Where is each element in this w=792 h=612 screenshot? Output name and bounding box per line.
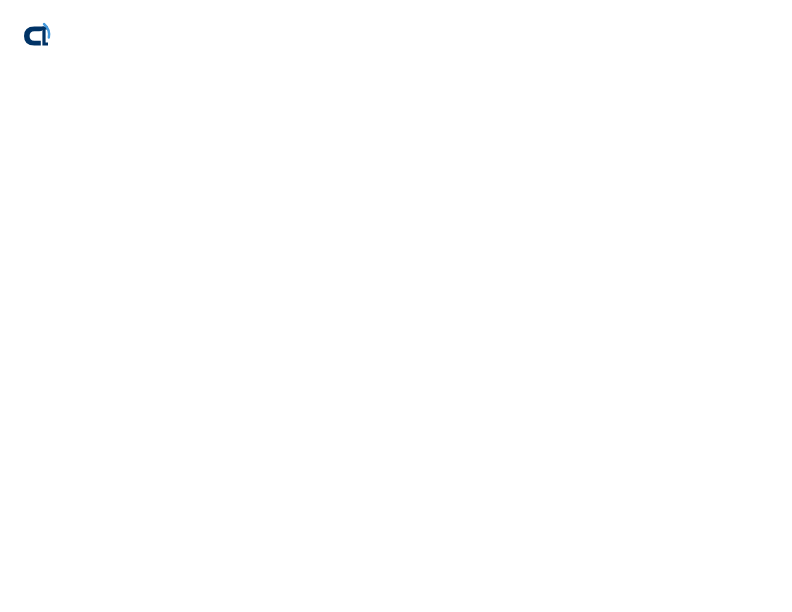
header <box>20 20 772 52</box>
logo <box>20 20 56 52</box>
logo-icon <box>20 20 52 52</box>
